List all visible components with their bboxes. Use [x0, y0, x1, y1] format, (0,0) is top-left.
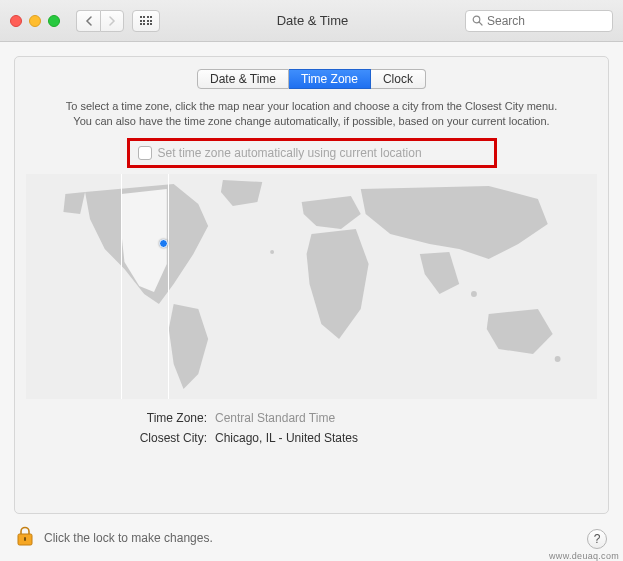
chevron-left-icon [85, 16, 92, 26]
closest-city-label: Closest City: [25, 431, 215, 445]
tab-time-zone[interactable]: Time Zone [289, 69, 371, 89]
chevron-right-icon [109, 16, 116, 26]
show-all-button[interactable] [132, 10, 160, 32]
tab-bar: Date & Time Time Zone Clock [197, 69, 426, 89]
tab-clock[interactable]: Clock [371, 69, 426, 89]
auto-timezone-label: Set time zone automatically using curren… [158, 146, 422, 160]
grid-icon [140, 16, 153, 25]
search-field[interactable] [465, 10, 613, 32]
auto-timezone-row: Set time zone automatically using curren… [127, 138, 497, 168]
timezone-map[interactable] [26, 174, 597, 399]
svg-point-4 [270, 250, 274, 254]
watermark: www.deuaq.com [549, 551, 619, 561]
help-button[interactable]: ? [587, 529, 607, 549]
location-pin-icon [159, 239, 168, 248]
search-icon [472, 15, 483, 26]
back-button[interactable] [76, 10, 100, 32]
minimize-icon[interactable] [29, 15, 41, 27]
tab-date-time[interactable]: Date & Time [197, 69, 289, 89]
svg-line-1 [479, 22, 482, 25]
time-zone-label: Time Zone: [25, 411, 215, 425]
time-zone-value: Central Standard Time [215, 411, 465, 425]
svg-rect-6 [24, 537, 26, 541]
closest-city-value[interactable]: Chicago, IL - United States [215, 431, 465, 445]
window-controls [10, 15, 60, 27]
instructions-line1: To select a time zone, click the map nea… [25, 99, 598, 114]
world-map-icon [26, 174, 597, 399]
close-icon[interactable] [10, 15, 22, 27]
zoom-icon[interactable] [48, 15, 60, 27]
search-input[interactable] [487, 14, 606, 28]
forward-button[interactable] [100, 10, 124, 32]
lock-icon[interactable] [16, 526, 34, 549]
timezone-info: Time Zone: Central Standard Time Closest… [25, 411, 598, 445]
nav-buttons [76, 10, 124, 32]
preferences-panel: Date & Time Time Zone Clock To select a … [14, 56, 609, 514]
svg-point-3 [471, 291, 477, 297]
lock-row: Click the lock to make changes. [16, 526, 213, 549]
svg-point-2 [555, 356, 561, 362]
help-icon: ? [594, 532, 601, 546]
window-title: Date & Time [168, 13, 457, 28]
lock-message: Click the lock to make changes. [44, 531, 213, 545]
instructions-line2: You can also have the time zone change a… [25, 114, 598, 129]
auto-timezone-checkbox[interactable] [138, 146, 152, 160]
toolbar: Date & Time [0, 0, 623, 42]
